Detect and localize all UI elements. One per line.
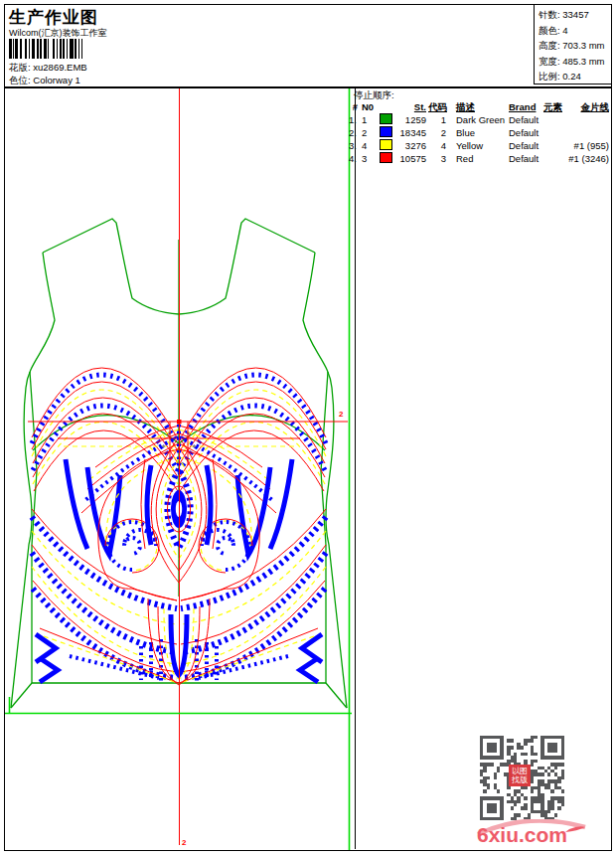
description-cell: Blue [450, 126, 507, 139]
col-sequin: 金片线 [565, 100, 609, 113]
description-cell: Dark Green [450, 113, 507, 126]
code-cell: 4 [428, 139, 450, 152]
col-stop: # [349, 100, 362, 113]
thread-color-chip-cell [377, 152, 394, 165]
col-needle: N0 [362, 100, 377, 113]
page-title: 生产作业图 [9, 6, 98, 29]
guide-label-bottom: 2 [182, 838, 186, 847]
thread-color-chip [380, 126, 392, 137]
stop-number: 2. [349, 126, 362, 139]
element-cell [543, 113, 565, 126]
stop-number: 3. [349, 139, 362, 152]
sequin-cell: #1 (3246) [565, 152, 609, 165]
guide-label-right: 2 [339, 410, 343, 419]
print-scale: 比例: 0.24 [539, 69, 612, 85]
watermark: 6xiu.com [474, 819, 593, 851]
sequin-cell [565, 113, 609, 126]
watermark-text: 6xiu.com [477, 823, 567, 847]
barcode [9, 39, 86, 59]
thread-color-chip-cell [377, 126, 394, 139]
thread-color-chip [380, 139, 392, 150]
thread-color-chip-cell [377, 139, 394, 152]
design-height: 高度: 703.3 mm [539, 38, 612, 54]
brand-cell: Default [507, 113, 543, 126]
needle-number: 1 [362, 113, 377, 126]
sequin-cell [565, 126, 609, 139]
description-cell: Yellow [450, 139, 507, 152]
needle-number: 4 [362, 139, 377, 152]
code-cell: 2 [428, 126, 450, 139]
pattern-value: xu2869.EMB [33, 62, 86, 73]
col-brand: Brand [507, 100, 543, 113]
element-cell [543, 126, 565, 139]
table-row: 4. 3 10575 3 Red Default #1 (3246) [349, 152, 609, 165]
sequin-cell: #1 (955) [565, 139, 609, 152]
stitch-count-cell: 3276 [394, 139, 428, 152]
element-cell [543, 139, 565, 152]
stitch-count-cell: 18345 [394, 126, 428, 139]
needle-number: 3 [362, 152, 377, 165]
header-divider [4, 86, 612, 88]
col-code: 代码 [428, 100, 450, 113]
stop-number: 4. [349, 152, 362, 165]
col-description: 描述 [450, 100, 507, 113]
colorway: 色位: Colorway 1 [9, 75, 80, 87]
color-count: 颜色: 4 [539, 23, 612, 39]
pattern-file: 花版: xu2869.EMB [9, 62, 87, 75]
colorway-label: 色位: [9, 75, 31, 86]
table-row: 1. 1 1259 1 Dark Green Default [349, 113, 609, 126]
red-stamp: 以图 找版 [509, 765, 531, 786]
stop-sequence-header: # N0 St. 代码 描述 Brand 元素 金片线 [349, 100, 609, 113]
needle-number: 2 [362, 126, 377, 139]
stop-number: 1. [349, 113, 362, 126]
pattern-label: 花版: [9, 62, 31, 73]
brand-cell: Default [507, 152, 543, 165]
description-cell: Red [450, 152, 507, 165]
vertical-divider [355, 87, 356, 849]
brand-cell: Default [507, 139, 543, 152]
stitch-count-cell: 1259 [394, 113, 428, 126]
table-row: 2. 2 18345 2 Blue Default [349, 126, 609, 139]
design-info-box: 针数: 33457 颜色: 4 高度: 703.3 mm 宽度: 485.3 m… [534, 4, 612, 85]
stitch-count: 针数: 33457 [539, 7, 612, 23]
thread-color-chip-cell [377, 113, 394, 126]
col-stitches: St. [394, 100, 428, 113]
code-cell: 3 [428, 152, 450, 165]
thread-color-chip [380, 152, 392, 163]
element-cell [543, 152, 565, 165]
production-worksheet: 生产作业图 Wilcom(汇京)装饰工作室 花版: xu2869.EMB 色位:… [0, 0, 616, 855]
thread-color-chip [380, 113, 392, 124]
table-row: 3. 4 3276 4 Yellow Default #1 (955) [349, 139, 609, 152]
col-element: 元素 [543, 100, 565, 113]
colorway-value: Colorway 1 [33, 75, 80, 86]
brand-cell: Default [507, 126, 543, 139]
code-cell: 1 [428, 113, 450, 126]
stitch-count-cell: 10575 [394, 152, 428, 165]
design-width: 宽度: 485.3 mm [539, 54, 612, 70]
